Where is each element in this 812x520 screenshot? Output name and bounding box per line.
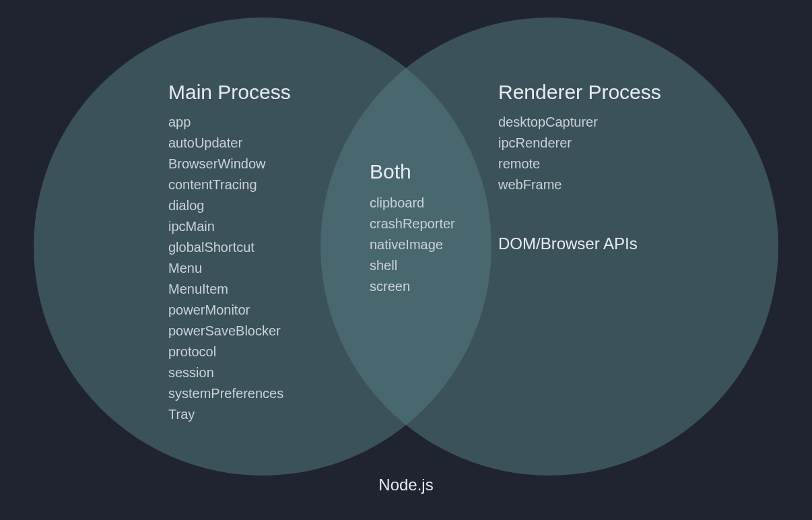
- main-process-list: app autoUpdater BrowserWindow contentTra…: [168, 112, 291, 425]
- api-item: screen: [370, 276, 455, 297]
- api-item: powerMonitor: [168, 300, 291, 321]
- api-item: systemPreferences: [168, 383, 291, 404]
- api-item: Tray: [168, 404, 291, 425]
- api-item: powerSaveBlocker: [168, 321, 291, 342]
- api-item: MenuItem: [168, 279, 291, 300]
- api-item: nativeImage: [370, 234, 455, 255]
- renderer-process-column: Renderer Process desktopCapturer ipcRend…: [498, 81, 661, 253]
- api-item: clipboard: [370, 193, 455, 214]
- both-list: clipboard crashReporter nativeImage shel…: [370, 193, 455, 297]
- api-item: protocol: [168, 342, 291, 362]
- api-item: autoUpdater: [168, 133, 291, 154]
- api-item: session: [168, 362, 291, 383]
- api-item: webFrame: [498, 174, 661, 195]
- api-item: desktopCapturer: [498, 112, 661, 133]
- api-item: contentTracing: [168, 174, 291, 195]
- api-item: shell: [370, 255, 455, 276]
- renderer-process-list: desktopCapturer ipcRenderer remote webFr…: [498, 112, 661, 195]
- api-item: ipcMain: [168, 216, 291, 237]
- api-item: remote: [498, 154, 661, 174]
- api-item: ipcRenderer: [498, 133, 661, 154]
- renderer-process-title: Renderer Process: [498, 81, 661, 104]
- main-process-title: Main Process: [168, 81, 291, 104]
- renderer-extra-apis: DOM/Browser APIs: [498, 234, 661, 253]
- both-column: Both clipboard crashReporter nativeImage…: [370, 160, 455, 297]
- api-item: app: [168, 112, 291, 133]
- main-process-column: Main Process app autoUpdater BrowserWind…: [168, 81, 291, 425]
- api-item: dialog: [168, 195, 291, 216]
- both-title: Both: [370, 160, 455, 183]
- api-item: crashReporter: [370, 214, 455, 234]
- api-item: BrowserWindow: [168, 154, 291, 174]
- api-item: Menu: [168, 258, 291, 279]
- footer-label: Node.js: [378, 476, 433, 494]
- api-item: globalShortcut: [168, 237, 291, 258]
